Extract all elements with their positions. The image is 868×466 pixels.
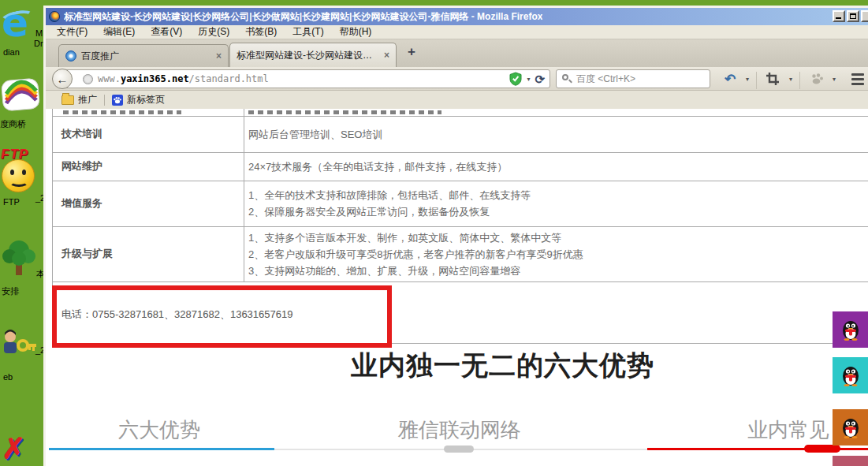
tab-favicon [65,50,76,62]
shield-dropdown-caret-icon[interactable]: ▾ [527,76,530,83]
screenshot-crop-button[interactable] [763,70,782,88]
search-icon [562,74,572,84]
baidu-paw-icon [112,95,123,106]
new-tab-button[interactable]: + [402,44,421,62]
close-button[interactable] [861,10,868,22]
tab-underline-blue [49,448,274,450]
firefox-icon [49,11,60,22]
phone-numbers-text: 电话：0755-32871681、32871682、13631657619 [61,308,292,322]
clipped-text-remnant [63,110,181,114]
undo-dropdown-caret-icon[interactable]: ▾ [743,70,752,88]
ftp-icon[interactable] [2,159,35,192]
menu-view[interactable]: 查看(V) [151,25,182,39]
table-row-content: 网站后台管理培训、SEO培训 [248,116,382,152]
menu-file[interactable]: 文件(F) [57,25,88,39]
page-content: 技术培训 网站后台管理培训、SEO培训 网站维护 24×7技术服务（全年的电话支… [46,109,868,466]
navigation-bar: ← www.yaxin365.net/standard.html ▾ ⟳ 百度 … [46,67,868,91]
table-row-content: 1、全年的技术支持和故障排除，包括电话、邮件、在线支持等 2、保障服务器安全及网… [248,181,531,226]
tab-close-icon[interactable]: × [216,50,222,62]
qq-service-button-2[interactable] [833,357,868,393]
tree-icon-label: 安排 [2,285,19,297]
section-tab-advantages[interactable]: 六大优势 [118,416,200,444]
partial-label-dr: Dr [34,39,43,48]
toolbar-separator [756,72,757,89]
url-text[interactable]: www.yaxin365.net/standard.html [98,73,269,84]
key-person-icon[interactable] [0,328,38,361]
baidu-bridge-icon[interactable] [0,75,41,114]
search-bar[interactable]: 百度 <Ctrl+K> [556,69,710,88]
tab-label: 百度推广 [81,50,119,63]
ie-icon-label: dian [3,47,20,57]
reload-icon[interactable]: ⟳ [535,73,545,85]
table-cell-line: 2、保障服务器安全及网站正常访问，数据备份及恢复 [248,203,531,220]
tree-icon[interactable] [0,239,38,281]
crop-icon [766,72,780,86]
table-cell-line: 1、全年的技术支持和故障排除，包括电话、邮件、在线支持等 [248,187,531,203]
tab-standard-site[interactable]: 标准型网站建设-长沙网站建设… × [229,43,397,67]
baidu-bridge-label: 度商桥 [0,118,26,130]
table-cell-line: 3、支持网站功能的、增加、扩展、升级，网站空间容量增容 [248,263,583,279]
table-cell-line: 24×7技术服务（全年的电话支持，邮件支持，在线支持） [248,158,507,175]
plugin-paw-button[interactable] [807,70,826,88]
bookmark-folder-icon [61,95,74,105]
crop-dropdown-caret-icon[interactable]: ▾ [786,70,795,88]
address-bar[interactable]: www.yaxin365.net/standard.html ▾ ⟳ [63,69,550,88]
ie-e-glyph: e [2,0,28,46]
qq-service-button-3[interactable] [833,409,868,445]
url-prefix: www. [98,73,121,84]
ftp-icon-label: FTP [3,197,20,207]
table-row-label: 网站维护 [61,152,102,181]
tab-slider-handle-gray[interactable] [444,445,474,453]
qq-service-button-1[interactable] [833,311,868,348]
table-border-line [52,116,868,117]
bookmarks-separator [104,95,105,106]
menu-help[interactable]: 帮助(H) [340,25,372,39]
menu-bookmarks[interactable]: 书签(B) [245,25,277,39]
back-to-top-button[interactable]: ▲ [833,456,868,466]
menu-history[interactable]: 历史(S) [198,25,229,39]
title-bar[interactable]: 标准型网站建设-长沙网站建设|长沙网络公司|长沙做网站|长沙建网站|长沙网站建设… [46,8,868,25]
url-path: /standard.html [189,73,269,84]
partial-label-m: M [35,28,43,38]
bookmarks-bar: 推广 新标签页 [46,91,868,109]
table-cell-line: 网站后台管理培训、SEO培训 [248,126,382,143]
section-heading: 业内独一无二的六大优势 [351,348,654,384]
plugin-dropdown-caret-icon[interactable]: ▾ [829,70,839,88]
ie-browser-icon[interactable]: e [0,3,38,46]
undo-closed-tab-button[interactable]: ↶ [721,70,739,88]
search-placeholder: 百度 <Ctrl+K> [576,73,635,86]
tab-close-icon[interactable]: × [384,50,389,61]
tab-label: 标准型网站建设-长沙网站建设… [237,49,372,62]
key-icon-label: eb [3,372,13,382]
maximize-button[interactable] [847,10,859,22]
red-x-icon[interactable]: ✗ [2,432,28,466]
table-row-content: 24×7技术服务（全年的电话支持，邮件支持，在线支持） [248,152,507,181]
qq-penguin-icon [840,319,861,341]
menu-tools[interactable]: 工具(T) [292,25,323,39]
hamburger-menu-button[interactable] [848,70,867,88]
minimize-button[interactable] [833,10,845,22]
window-controls [833,10,868,22]
menu-edit[interactable]: 编辑(E) [103,25,135,39]
toolbar-separator [799,72,800,89]
browser-window: 标准型网站建设-长沙网站建设|长沙网络公司|长沙做网站|长沙建网站|长沙网站建设… [43,6,868,466]
globe-icon [83,74,93,84]
paw-icon [810,73,824,85]
security-shield-icon[interactable] [509,72,522,86]
table-row-label: 升级与扩展 [61,226,113,281]
hamburger-icon [851,73,864,85]
clipped-text-remnant [248,110,441,114]
bookmark-folder-tuiguang[interactable]: 推广 [78,93,97,106]
tab-strip: 百度推广 × 标准型网站建设-长沙网站建设… × + [46,39,868,67]
table-cell-line: 1、支持多个语言版本开发、制作，如英文版、简体中文、繁体中文等 [248,229,583,246]
tab-baidu-tuiguang[interactable]: 百度推广 × [58,44,229,67]
section-tab-industry-faq[interactable]: 业内常见 [747,416,829,444]
table-row-label: 技术培训 [61,116,102,152]
section-tab-yaxin-network[interactable]: 雅信联动网络 [398,416,521,444]
bookmark-new-tab-page[interactable]: 新标签页 [127,93,165,106]
back-button[interactable]: ← [52,69,73,89]
table-row-content: 1、支持多个语言版本开发、制作，如英文版、简体中文、繁体中文等 2、老客户改版和… [248,226,583,281]
menu-bar: 文件(F) 编辑(E) 查看(V) 历史(S) 书签(B) 工具(T) 帮助(H… [46,25,868,39]
qq-penguin-icon [840,416,861,438]
tab-slider-handle-red[interactable] [804,445,840,453]
